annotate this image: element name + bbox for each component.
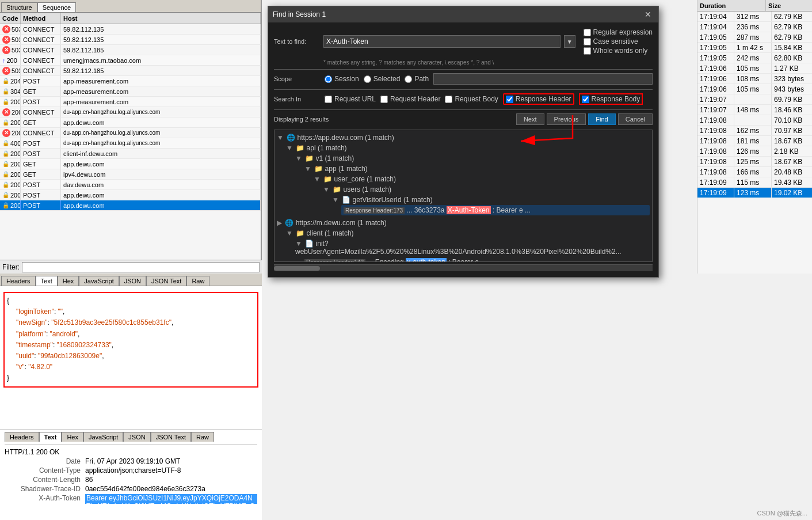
duration-row[interactable]: 17:19:09 115 ms 19.43 KB [697,177,812,188]
checkbox-regex-input[interactable] [584,29,591,36]
tree-item-app-dewu[interactable]: ▼ 🌐 https://app.dewu.com (1 match) [277,132,650,143]
response-date: Fri, 07 Apr 2023 09:19:10 GMT [85,457,180,465]
search-in-label: Search In [274,96,320,103]
duration-row[interactable]: 17:19:05 287 ms 62.79 KB [697,32,812,43]
table-row[interactable]: 🔒 200 GET app.dewu.com [0,159,261,169]
scope-selected-radio[interactable] [364,75,371,83]
tab-hex-sub[interactable]: Hex [62,432,83,442]
table-row[interactable]: 🔒 200 POST app.dewu.com [0,190,261,200]
table-row[interactable]: 🔒 200 POST dav.dewu.com [0,180,261,190]
duration-row[interactable]: 17:19:07 148 ms 18.46 KB [697,105,812,115]
tree-item-match-2[interactable]: Response Header:143 ... Encoding x-auth-… [304,257,650,262]
col-header-host[interactable]: Host [61,13,261,24]
scope-path-input[interactable] [433,73,653,85]
find-text-input[interactable] [323,35,561,48]
tab-headers-sub[interactable]: Headers [5,432,39,442]
duration-row[interactable]: 17:19:06 105 ms 1.27 KB [697,63,812,74]
tab-js-sub[interactable]: JavaScript [83,432,123,442]
tab-raw[interactable]: Raw [186,276,209,286]
tree-item-api[interactable]: ▼ 📁 api (1 match) [286,143,650,153]
checkbox-request-url: Request URL [325,95,376,103]
checkbox-whole-words-input[interactable] [584,47,591,55]
checkbox-request-body-input[interactable] [445,96,452,103]
duration-row[interactable]: 17:19:07 69.79 KB [697,94,812,105]
col-header-method[interactable]: Method [21,13,61,24]
table-row[interactable]: ✕ 200 CONNECT du-app.cn-hangzhou.log.ali… [0,128,261,138]
checkbox-response-header-input[interactable] [506,96,513,103]
table-row[interactable]: ↑ 200 CONNECT umengjmacs.m.taobao.com [0,55,261,66]
status-badge-err: ✕ [2,129,10,137]
table-row[interactable]: 🔒 200 POST app-measurement.com [0,97,261,107]
duration-row[interactable]: 17:19:08 70.10 KB [697,115,812,126]
find-divider-2 [274,89,653,90]
tab-json-text[interactable]: JSON Text [146,276,186,286]
table-row[interactable]: 🔒 204 POST app-measurement.com [0,76,261,86]
duration-row[interactable]: 17:19:06 105 ms 943 bytes [697,84,812,94]
checkbox-request-header: Request Header [380,95,440,103]
table-row[interactable]: ✕ 503 CONNECT 59.82.112.185 [0,66,261,76]
tree-item-init[interactable]: ▼ 📄 init?webUserAgent=Mozilla%2F5.0%20%2… [295,238,650,257]
tree-item-app[interactable]: ▼ 📁 app (1 match) [304,164,650,174]
checkbox-response-body-input[interactable] [582,96,589,103]
cancel-button[interactable]: Cancel [618,113,653,125]
duration-row[interactable]: 17:19:04 236 ms 62.79 KB [697,22,812,32]
filter-input[interactable] [22,262,260,272]
find-options-checkboxes: Regular expression Case sensitive Whole … [584,28,653,55]
tab-hex[interactable]: Hex [58,276,79,286]
scope-session-radio[interactable] [325,75,332,83]
table-row[interactable]: 🔒 200 POST client-inf.dewu.com [0,149,261,159]
tree-item-match-1[interactable]: Response Header:173 ... 36c3273a X-Auth-… [341,205,650,215]
table-row[interactable]: ✕ 503 CONNECT 59.82.112.135 [0,35,261,45]
duration-row[interactable]: 17:19:08 166 ms 20.48 KB [697,167,812,177]
tree-item-v1[interactable]: ▼ 📁 v1 (1 match) [295,153,650,164]
col-header-code[interactable]: Code [0,13,21,24]
tab-text[interactable]: Text [36,276,58,286]
table-row[interactable]: ✕ 200 CONNECT du-app.cn-hangzhou.log.ali… [0,107,261,117]
checkbox-case-input[interactable] [584,38,591,45]
response-status: HTTP/1.1 200 OK [5,448,59,456]
find-dialog-close-button[interactable]: ✕ [642,9,654,20]
scope-path-radio[interactable] [405,75,412,83]
tab-text-sub[interactable]: Text [39,432,62,442]
find-button[interactable]: Find [588,113,615,125]
table-row[interactable]: ✕ 503 CONNECT 59.82.112.135 [0,24,261,35]
table-row[interactable]: 🔒 200 GET app.dewu.com [0,117,261,128]
checkbox-request-url-input[interactable] [325,96,332,103]
tab-json[interactable]: JSON [119,276,146,286]
tab-raw-sub[interactable]: Raw [191,432,214,442]
duration-row[interactable]: 17:19:05 1 m 42 s 15.84 KB [697,43,812,53]
table-row[interactable]: 🔒 400 POST du-app.cn-hangzhou.log.aliyun… [0,138,261,149]
duration-row[interactable]: 17:19:08 126 ms 2.18 KB [697,146,812,157]
tab-structure[interactable]: Structure [1,2,37,12]
next-button[interactable]: Next [516,113,544,125]
col-header-size[interactable]: Size [766,0,812,11]
table-row-selected[interactable]: 🔒 200 POST app.dewu.com [0,200,261,211]
duration-row[interactable]: 17:19:05 242 ms 62.80 KB [697,53,812,63]
tree-item-user-core[interactable]: ▼ 📁 user_core (1 match) [314,174,650,184]
duration-row[interactable]: 17:19:06 108 ms 323 bytes [697,74,812,84]
tree-item-m-dewu[interactable]: ▶ 🌐 https://m.dewu.com (1 match) [277,218,650,228]
tree-item-client[interactable]: ▼ 📁 client (1 match) [286,228,650,238]
duration-row[interactable]: 17:19:09 123 ms 19.02 KB [697,188,812,198]
col-header-duration[interactable]: Duration [697,0,766,11]
tab-headers[interactable]: Headers [1,276,36,286]
tab-json-text-sub[interactable]: JSON Text [151,432,191,442]
duration-row[interactable]: 17:19:08 162 ms 70.97 KB [697,126,812,136]
table-row[interactable]: 🔒 304 GET app-measurement.com [0,86,261,97]
results-tree[interactable]: ▼ 🌐 https://app.dewu.com (1 match) ▼ 📁 a… [274,130,653,262]
find-dialog-title-bar[interactable]: Find in Session 1 ✕ [268,6,658,22]
checkbox-request-header-input[interactable] [380,96,388,103]
tree-item-get-visitor[interactable]: ▼ 📄 getVisitorUserId (1 match) [332,195,650,205]
tab-json-sub[interactable]: JSON [123,432,150,442]
tree-item-users[interactable]: ▼ 📁 users (1 match) [323,184,650,195]
horizontal-scrollbar[interactable] [274,264,653,271]
duration-row[interactable]: 17:19:08 125 ms 18.67 KB [697,157,812,167]
duration-row[interactable]: 17:19:04 312 ms 62.79 KB [697,12,812,22]
duration-row[interactable]: 17:19:08 181 ms 18.67 KB [697,136,812,146]
find-dropdown-button[interactable]: ▼ [564,35,575,48]
previous-button[interactable]: Previous [547,113,586,125]
table-row[interactable]: 🔒 200 GET ipv4.dewu.com [0,169,261,180]
tab-sequence[interactable]: Sequence [37,2,77,12]
tab-javascript[interactable]: JavaScript [79,276,119,286]
table-row[interactable]: ✕ 503 CONNECT 59.82.112.185 [0,45,261,55]
